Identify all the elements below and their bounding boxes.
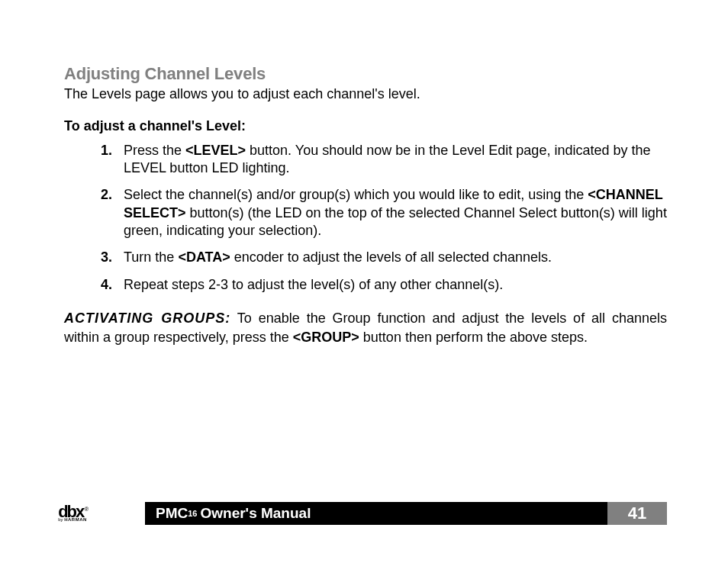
step-text: Select the channel(s) and/or group(s) wh… [124,187,588,202]
list-item: Turn the <DATA> encoder to adjust the le… [101,249,667,266]
manual-label: Owner's Manual [200,505,311,522]
note-text: button then perform the above steps. [359,330,588,345]
step-text: encoder to adjust the levels of all sele… [230,249,552,265]
steps-list: Press the <LEVEL> button. You should now… [64,142,667,294]
registered-icon: ® [84,506,87,513]
note-paragraph: ACTIVATING GROUPS: To enable the Group f… [64,309,667,346]
footer-title-bar: PMC16 Owner's Manual [145,502,607,525]
note-label: ACTIVATING GROUPS: [64,310,230,326]
step-text: Turn the [124,249,178,265]
page-footer: dbx® by HARMAN PMC16 Owner's Manual 41 [0,502,728,525]
logo-by: by [58,517,64,522]
footer-logo-area: dbx® by HARMAN [0,502,145,525]
product-sup: 16 [188,509,197,518]
list-item: Repeat steps 2-3 to adjust the level(s) … [101,276,667,294]
list-item: Press the <LEVEL> button. You should now… [101,142,667,178]
logo-brand: HARMAN [64,517,87,522]
step-strong: <DATA> [178,249,230,265]
note-strong: <GROUP> [293,330,359,345]
logo-subtext: by HARMAN [58,518,87,522]
step-text: Repeat steps 2-3 to adjust the level(s) … [124,277,503,292]
page-content: Adjusting Channel Levels The Levels page… [0,0,728,346]
section-intro: The Levels page allows you to adjust eac… [64,85,667,103]
step-text: Press the [124,143,185,158]
section-subhead: To adjust a channel's Level: [64,118,667,134]
page-number: 41 [607,502,667,525]
list-item: Select the channel(s) and/or group(s) wh… [101,186,667,240]
step-text: button(s) (the LED on the top of the sel… [124,205,667,238]
product-name: PMC [156,505,188,522]
footer-margin [667,502,728,525]
section-title: Adjusting Channel Levels [64,64,667,84]
step-strong: <LEVEL> [185,143,246,158]
brand-logo: dbx® by HARMAN [58,505,87,522]
